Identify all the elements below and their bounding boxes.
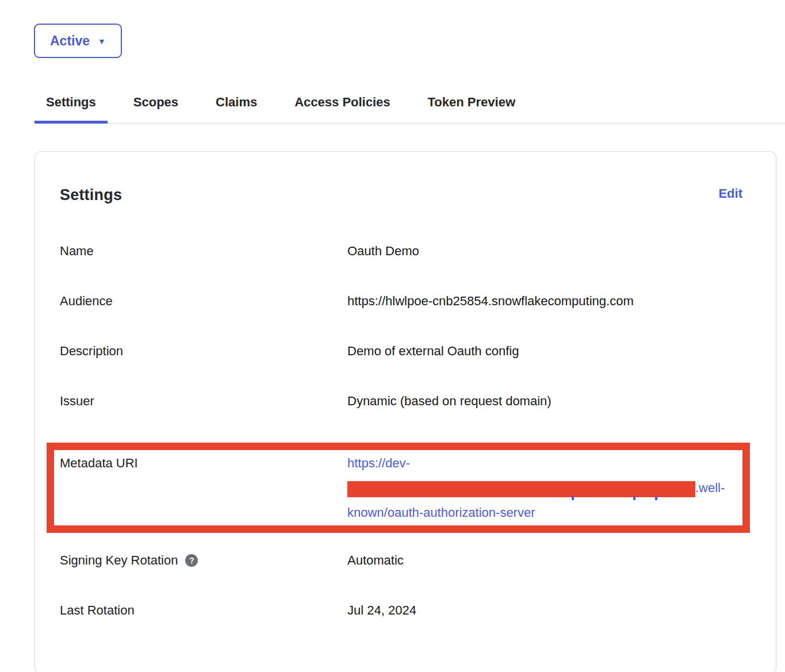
metadata-uri-annotation-box: Metadata URI https://dev-.well-known/oau… [47,443,750,533]
metadata-uri-link[interactable]: https://dev-.well-known/oauth-authorizat… [347,456,725,520]
field-label: Last Rotation [60,602,347,619]
help-icon[interactable]: ? [185,554,198,567]
field-row-name: Name Oauth Demo [60,243,750,260]
tab-bar: Settings Scopes Claims Access Policies T… [35,92,785,124]
field-value: Demo of external Oauth config [347,343,750,360]
metadata-uri-value: https://dev-.well-known/oauth-authorizat… [347,451,742,525]
field-row-signing-key-rotation: Signing Key Rotation ? Automatic [60,552,750,569]
settings-fields: Name Oauth Demo Audience https://hlwlpoe… [60,243,750,619]
field-row-description: Description Demo of external Oauth confi… [60,343,750,360]
edit-button[interactable]: Edit [718,185,742,202]
chevron-down-icon: ▼ [98,37,106,46]
card-title: Settings [60,185,122,205]
field-row-issuer: Issuer Dynamic (based on request domain) [60,393,750,410]
field-value: Jul 24, 2024 [347,602,750,619]
field-value: Dynamic (based on request domain) [347,393,750,410]
field-label: Audience [60,293,347,310]
oauth-server-settings-page: Active ▼ Settings Scopes Claims Access P… [0,0,785,672]
tab-access-policies[interactable]: Access Policies [283,92,401,123]
redaction-bar [347,481,695,497]
card-header: Settings Edit [60,185,750,206]
tab-token-preview[interactable]: Token Preview [416,92,527,123]
metadata-uri-line2-suffix: .well- [695,481,725,495]
field-label: Issuer [60,393,347,410]
status-dropdown[interactable]: Active ▼ [34,24,122,58]
tab-settings[interactable]: Settings [35,92,108,123]
metadata-uri-line1: https://dev- [347,456,410,470]
field-label: Metadata URI [60,451,347,525]
field-row-audience: Audience https://hlwlpoe-cnb25854.snowfl… [60,293,750,310]
tab-scopes[interactable]: Scopes [122,92,190,123]
field-label: Description [60,343,347,360]
field-label: Name [60,243,347,260]
field-value: Automatic [347,552,750,569]
field-row-last-rotation: Last Rotation Jul 24, 2024 [60,602,750,619]
settings-card: Settings Edit Name Oauth Demo Audience h… [35,151,776,672]
metadata-uri-line3: known/oauth-authorization-server [347,505,535,520]
tab-claims[interactable]: Claims [204,92,269,123]
status-label: Active [50,33,90,49]
field-label: Signing Key Rotation [60,552,178,569]
field-value: https://hlwlpoe-cnb25854.snowflakecomput… [347,293,750,310]
field-value: Oauth Demo [347,243,750,260]
